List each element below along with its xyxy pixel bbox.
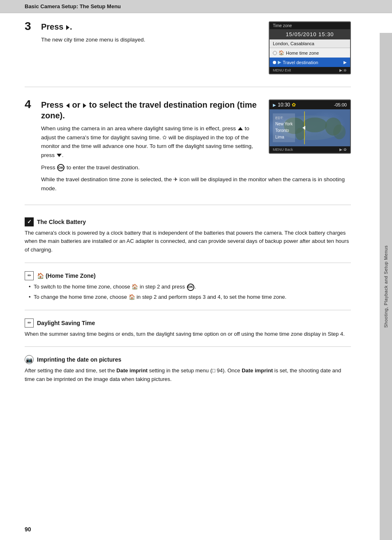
tz-city: London, Casablanca: [270, 39, 350, 48]
time-display: ▶ 10:30 ✿: [273, 102, 296, 108]
home-icon-inline2: 🏠: [129, 294, 135, 300]
arrow-right-icon-2: [83, 103, 86, 108]
note-home-list: To switch to the home time zone, choose …: [25, 283, 351, 302]
timezone-screen: Time zone 15/05/2010 15:30 London, Casab…: [269, 21, 351, 74]
map-screen: ▶ 10:30 ✿ -05:00: [269, 99, 351, 154]
note-clock-title: The Clock Battery: [37, 219, 86, 225]
svg-point-5: [333, 125, 346, 139]
note-daylight-section: ✏ Daylight Saving Time When the summer s…: [25, 318, 351, 339]
page-number: 90: [25, 526, 31, 533]
note-clock-header: ✓ The Clock Battery: [25, 217, 351, 226]
divider-3: [25, 346, 351, 347]
map-footer: MENU Back ▶:✿: [270, 146, 350, 153]
circle-icon: [273, 51, 277, 55]
tz-option-home: 🏠 Home time zone: [270, 48, 350, 58]
tz-time: 15/05/2010 15:30: [270, 29, 350, 39]
arrow-right-icon: [66, 25, 69, 30]
note-imprint-body: After setting the date and time, set the…: [25, 367, 351, 384]
note-clock-section: ✓ The Clock Battery The camera's clock i…: [25, 217, 351, 254]
tz-header: Time zone: [270, 22, 350, 29]
note-home-title: 🏠 (Home Time Zone): [37, 272, 96, 279]
note-daylight-title: Daylight Saving Time: [37, 320, 95, 326]
dst-symbol: ✿: [162, 134, 167, 141]
step-3-number: 3: [25, 20, 41, 78]
note-home-section: ✏ 🏠 (Home Time Zone) To switch to the ho…: [25, 271, 351, 302]
arrow-left-icon: [66, 103, 69, 108]
step-4-content: ▶ 10:30 ✿ -05:00: [41, 99, 351, 196]
note-imprint-header: 📷 Imprinting the date on pictures: [25, 355, 351, 364]
header-title: Basic Camera Setup: The Setup Menu: [25, 3, 121, 9]
arrow-down-icon: [57, 154, 62, 157]
map-header: ▶ 10:30 ✿ -05:00: [270, 100, 350, 109]
city-toronto: Toronto: [275, 127, 293, 134]
svg-point-4: [295, 128, 305, 140]
city-newyork: New York: [275, 121, 293, 127]
sidebar-text: Shooting, Playback and Setup Menus: [383, 245, 388, 328]
camera-icon: 📷: [25, 355, 34, 364]
home-icon: 🏠: [37, 272, 44, 279]
tz-options: 🏠 Home time zone ▶ Travel destination ▶: [270, 48, 350, 67]
date-imprint-bold-2: Date imprint: [242, 367, 273, 374]
city-lima: Lima: [275, 134, 293, 141]
tz-footer: MENU Exit ▶:⊕: [270, 67, 350, 74]
note-daylight-body: When the summer saving time begins or en…: [25, 330, 351, 339]
step-4-desc2: Press OK to enter the travel destination…: [41, 163, 351, 172]
ok-icon-1: OK: [187, 284, 194, 291]
step-4-number: 4: [25, 98, 41, 196]
pencil-icon-1: ✏: [25, 271, 34, 280]
divider-2: [25, 310, 351, 310]
note-clock-body: The camera's clock is powered by a clock…: [25, 229, 351, 254]
step-3-section: 3 Time zone 15/05/2010 15:30 London, Cas…: [25, 21, 351, 87]
note-home-bullet2: To change the home time zone, choose 🏠 i…: [29, 293, 351, 302]
home-icon-inline1: 🏠: [131, 284, 138, 290]
ok-button-icon: OK: [57, 164, 65, 171]
sidebar-label: Shooting, Playback and Setup Menus: [380, 33, 392, 540]
step-4-desc3: While the travel destination time zone i…: [41, 175, 351, 193]
map-label: EDT:: [275, 115, 293, 121]
date-imprint-bold-1: Date imprint: [116, 367, 148, 374]
arrow-up-icon: [238, 127, 243, 130]
step-3-content: Time zone 15/05/2010 15:30 London, Casab…: [41, 21, 351, 78]
check-icon: ✓: [25, 217, 34, 226]
map-body: EDT: New York Toronto Lima: [270, 109, 350, 146]
tz-option-travel: ▶ Travel destination ▶: [270, 58, 350, 67]
note-imprint-title: Imprinting the date on pictures: [37, 356, 121, 363]
pencil-icon-2: ✏: [25, 318, 34, 328]
step-4-screen: ▶ 10:30 ✿ -05:00: [269, 99, 351, 154]
note-imprint-section: 📷 Imprinting the date on pictures After …: [25, 355, 351, 384]
note-home-bullet1: To switch to the home time zone, choose …: [29, 283, 351, 291]
main-content: 3 Time zone 15/05/2010 15:30 London, Cas…: [0, 13, 392, 416]
offset-display: -05:00: [334, 102, 347, 107]
dot-icon: [273, 61, 276, 64]
note-daylight-header: ✏ Daylight Saving Time: [25, 318, 351, 328]
plane-icon: ✈: [173, 176, 178, 182]
map-cities: EDT: New York Toronto Lima: [273, 113, 295, 142]
svg-point-2: [302, 118, 327, 132]
step-3-screen: Time zone 15/05/2010 15:30 London, Casab…: [269, 21, 351, 74]
header-bar: Basic Camera Setup: The Setup Menu: [0, 0, 392, 13]
dst-icon: ✿: [292, 102, 296, 108]
note-home-header: ✏ 🏠 (Home Time Zone): [25, 271, 351, 280]
divider-1: [25, 263, 351, 263]
step-4-section: 4 ▶ 10:30 ✿ -05:00: [25, 99, 351, 205]
